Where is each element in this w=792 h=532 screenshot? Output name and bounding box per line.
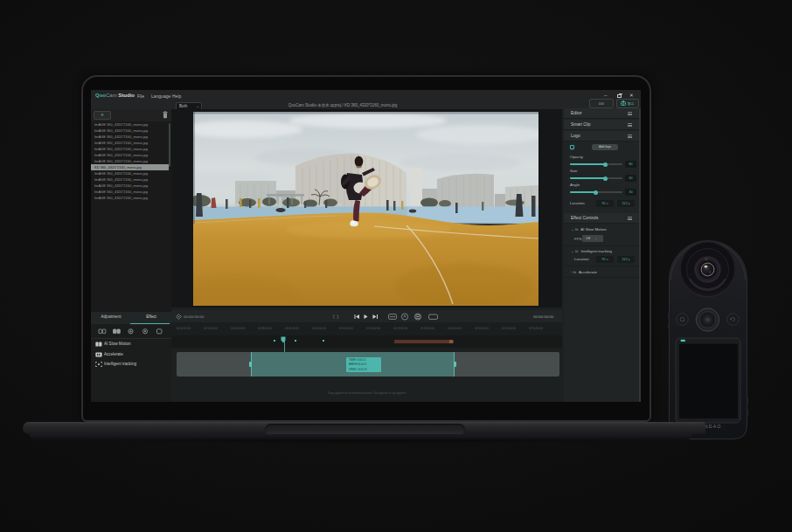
svg-text:8K: 8K [705,258,708,261]
